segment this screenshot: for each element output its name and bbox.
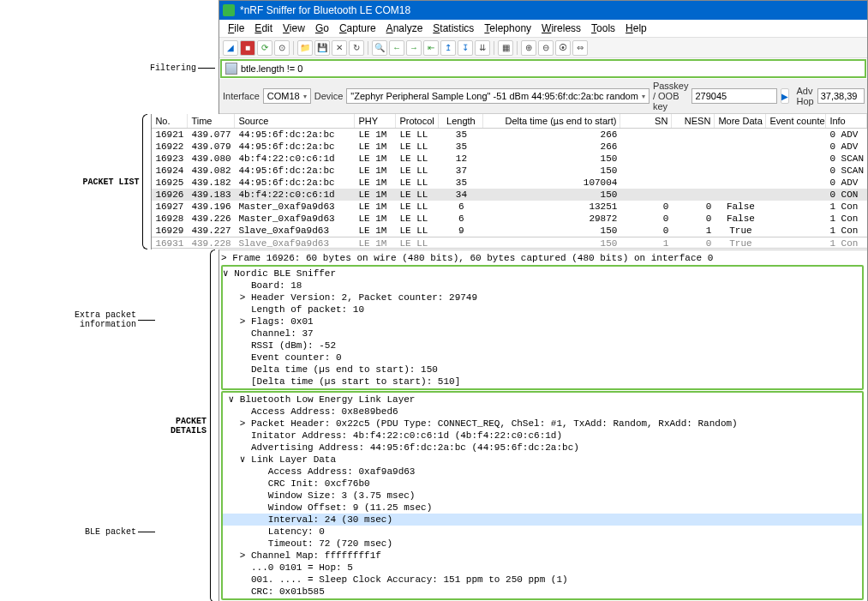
detail-line[interactable]: Delta time (µs end to start): 150 bbox=[223, 364, 862, 376]
menu-analyze[interactable]: Analyze bbox=[383, 21, 427, 35]
toolbar-zoom-out-icon[interactable]: ⊖ bbox=[538, 40, 554, 56]
detail-line[interactable]: Event counter: 0 bbox=[223, 352, 862, 364]
detail-line[interactable]: CRC: 0x01b585 bbox=[223, 586, 862, 598]
interface-select[interactable]: COM18▾ bbox=[263, 88, 311, 104]
packet-row[interactable]: 16931439.228Slave_0xaf9a9d63LE 1MLE LL15… bbox=[152, 237, 867, 249]
toolbar-options-icon[interactable]: ⊙ bbox=[274, 40, 290, 56]
detail-line[interactable]: 001. .... = Sleep Clock Accuracy: 151 pp… bbox=[223, 574, 862, 586]
toolbar-goto-last-icon[interactable]: ↧ bbox=[458, 40, 473, 56]
menu-file[interactable]: File bbox=[224, 21, 248, 35]
toolbar-resize-cols-icon[interactable]: ⇔ bbox=[572, 40, 588, 56]
menu-statistics[interactable]: Statistics bbox=[429, 21, 477, 35]
menubar[interactable]: FileEditViewGoCaptureAnalyzeStatisticsTe… bbox=[219, 20, 867, 38]
toolbar-find-icon[interactable]: 🔍 bbox=[372, 40, 387, 56]
toolbar-restart-icon[interactable]: ⟳ bbox=[257, 40, 272, 56]
column-header[interactable]: PHY bbox=[355, 114, 396, 128]
packet-row[interactable]: 16923439.0804b:f4:22:c0:c6:1dLE 1MLE LL1… bbox=[152, 153, 867, 165]
column-header[interactable]: Length bbox=[439, 114, 483, 128]
toolbar-colorize-icon[interactable]: ▦ bbox=[498, 40, 513, 56]
passkey-input[interactable] bbox=[691, 88, 777, 104]
detail-line[interactable]: Advertising Address: 44:95:6f:dc:2a:bc (… bbox=[223, 442, 862, 454]
toolbar-zoom-reset-icon[interactable]: ⦿ bbox=[555, 40, 571, 56]
detail-line[interactable]: Length of packet: 10 bbox=[223, 304, 862, 316]
detail-line[interactable]: [Delta time (µs start to start): 510] bbox=[223, 376, 862, 388]
column-header[interactable]: Protocol bbox=[396, 114, 439, 128]
detail-line[interactable]: Board: 18 bbox=[223, 279, 862, 291]
detail-line[interactable]: Access Address: 0xaf9a9d63 bbox=[223, 466, 862, 478]
packet-row[interactable]: 16925439.18244:95:6f:dc:2a:bcLE 1MLE LL3… bbox=[152, 177, 867, 189]
packet-row[interactable]: 16921439.07744:95:6f:dc:2a:bcLE 1MLE LL3… bbox=[152, 129, 867, 141]
menu-help[interactable]: Help bbox=[622, 21, 650, 35]
toolbar-jump-icon[interactable]: ⇤ bbox=[423, 40, 439, 56]
column-header[interactable]: Event counter bbox=[766, 114, 826, 128]
column-header[interactable]: NESN bbox=[672, 114, 715, 128]
advhop-input[interactable] bbox=[817, 88, 865, 104]
detail-line[interactable]: > Channel Map: ffffffff1f bbox=[223, 550, 862, 562]
packet-details-pane[interactable]: > Frame 16926: 60 bytes on wire (480 bit… bbox=[219, 249, 867, 601]
toolbar-save-icon[interactable]: 💾 bbox=[314, 40, 330, 56]
toolbar-next-icon[interactable]: → bbox=[406, 40, 422, 56]
detail-line[interactable]: RSSI (dBm): -52 bbox=[223, 340, 862, 352]
packet-list[interactable]: 16921439.07744:95:6f:dc:2a:bcLE 1MLE LL3… bbox=[152, 129, 867, 249]
packet-row[interactable]: 16926439.1834b:f4:22:c0:c6:1dLE 1MLE LL3… bbox=[152, 189, 867, 201]
toolbar-autoscroll-icon[interactable]: ⇊ bbox=[475, 40, 490, 56]
column-header[interactable]: Source bbox=[235, 114, 355, 128]
column-header[interactable]: More Data bbox=[715, 114, 766, 128]
display-filter-bar[interactable] bbox=[220, 59, 866, 78]
menu-wireless[interactable]: Wireless bbox=[538, 21, 584, 35]
passkey-apply-icon[interactable]: ▶ bbox=[781, 88, 789, 104]
detail-line[interactable]: Window Size: 3 (3.75 msec) bbox=[223, 490, 862, 502]
detail-line[interactable]: Window Offset: 9 (11.25 msec) bbox=[223, 502, 862, 514]
detail-line[interactable]: Channel: 37 bbox=[223, 328, 862, 340]
window-titlebar: *nRF Sniffer for Bluetooth LE COM18 bbox=[219, 1, 867, 20]
column-header[interactable]: No. bbox=[152, 114, 188, 128]
detail-line[interactable]: Access Address: 0x8e89bed6 bbox=[223, 406, 862, 418]
packet-row[interactable]: 16927439.196Master_0xaf9a9d63LE 1MLE LL6… bbox=[152, 201, 867, 213]
detail-line[interactable]: CRC Init: 0xcf76b0 bbox=[223, 478, 862, 490]
detail-line[interactable]: ...0 0101 = Hop: 5 bbox=[223, 562, 862, 574]
column-header[interactable]: Info bbox=[826, 114, 867, 128]
column-header[interactable]: Time bbox=[188, 114, 235, 128]
toolbar-close-icon[interactable]: ✕ bbox=[332, 40, 347, 56]
packet-row[interactable]: 16929439.227Slave_0xaf9a9d63LE 1MLE LL91… bbox=[152, 225, 867, 237]
ann-packet-list: PACKET LIST bbox=[82, 177, 139, 187]
chevron-down-icon: ▾ bbox=[642, 93, 645, 100]
detail-ble-header[interactable]: ∨ Bluetooth Low Energy Link Layer bbox=[223, 394, 862, 406]
toolbar-zoom-in-icon[interactable]: ⊕ bbox=[521, 40, 536, 56]
interface-label: Interface bbox=[223, 91, 260, 101]
menu-telephony[interactable]: Telephony bbox=[481, 21, 535, 35]
packet-list-header[interactable]: No.TimeSourcePHYProtocolLengthDelta time… bbox=[152, 114, 867, 129]
detail-line[interactable]: Latency: 0 bbox=[223, 526, 862, 538]
filter-bookmark-icon[interactable] bbox=[225, 63, 237, 75]
toolbar-open-icon[interactable]: 📁 bbox=[297, 40, 313, 56]
detail-nordic-header[interactable]: ∨ Nordic BLE Sniffer bbox=[223, 267, 862, 279]
toolbar-start-icon[interactable]: ◢ bbox=[223, 40, 238, 56]
display-filter-input[interactable] bbox=[241, 63, 861, 74]
column-header[interactable]: Delta time (µs end to start) bbox=[483, 114, 620, 128]
packet-row[interactable]: 16924439.08244:95:6f:dc:2a:bcLE 1MLE LL3… bbox=[152, 165, 867, 177]
detail-line[interactable]: > Header Version: 2, Packet counter: 297… bbox=[223, 291, 862, 304]
detail-interval-line[interactable]: Interval: 24 (30 msec) bbox=[223, 514, 862, 526]
toolbar-stop-icon[interactable]: ■ bbox=[240, 40, 255, 56]
toolbar-reload-icon[interactable]: ↻ bbox=[349, 40, 364, 56]
detail-line[interactable]: Initator Address: 4b:f4:22:c0:c6:1d (4b:… bbox=[223, 430, 862, 442]
detail-nordic-box: ∨ Nordic BLE Sniffer Board: 18 > Header … bbox=[221, 265, 864, 390]
window-title: *nRF Sniffer for Bluetooth LE COM18 bbox=[240, 4, 410, 16]
packet-row[interactable]: 16922439.07944:95:6f:dc:2a:bcLE 1MLE LL3… bbox=[152, 141, 867, 153]
menu-edit[interactable]: Edit bbox=[251, 21, 276, 35]
menu-go[interactable]: Go bbox=[312, 21, 332, 35]
detail-line[interactable]: > Packet Header: 0x22c5 (PDU Type: CONNE… bbox=[223, 418, 862, 430]
detail-line[interactable]: Timeout: 72 (720 msec) bbox=[223, 538, 862, 550]
detail-frame-line[interactable]: > Frame 16926: 60 bytes on wire (480 bit… bbox=[221, 252, 865, 264]
toolbar-prev-icon[interactable]: ← bbox=[389, 40, 404, 56]
detail-line[interactable]: > Flags: 0x01 bbox=[223, 316, 862, 328]
menu-view[interactable]: View bbox=[279, 21, 308, 35]
device-select[interactable]: "Zephyr Peripheral Sample Long" -51 dBm … bbox=[346, 88, 650, 104]
menu-capture[interactable]: Capture bbox=[336, 21, 380, 35]
packet-row[interactable]: 16928439.226Master_0xaf9a9d63LE 1MLE LL6… bbox=[152, 213, 867, 225]
column-header[interactable]: SN bbox=[620, 114, 672, 128]
detail-line[interactable]: ∨ Link Layer Data bbox=[223, 454, 862, 466]
toolbar-goto-first-icon[interactable]: ↥ bbox=[440, 40, 456, 56]
menu-tools[interactable]: Tools bbox=[588, 21, 619, 35]
main-toolbar[interactable]: ◢ ■ ⟳ ⊙ 📁 💾 ✕ ↻ 🔍 ← → ⇤ ↥ ↧ ⇊ ▦ ⊕ ⊖ ⦿ ⇔ bbox=[219, 38, 867, 58]
